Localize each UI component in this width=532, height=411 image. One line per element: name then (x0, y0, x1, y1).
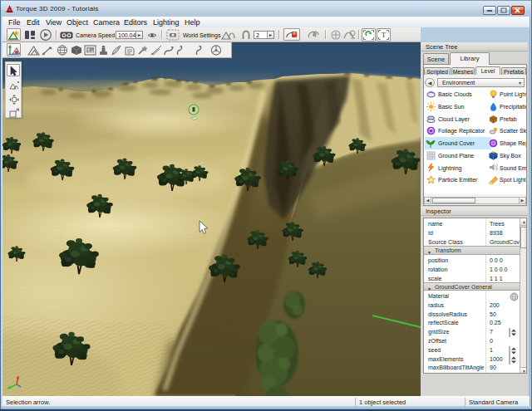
svg-text:T: T (382, 31, 387, 39)
